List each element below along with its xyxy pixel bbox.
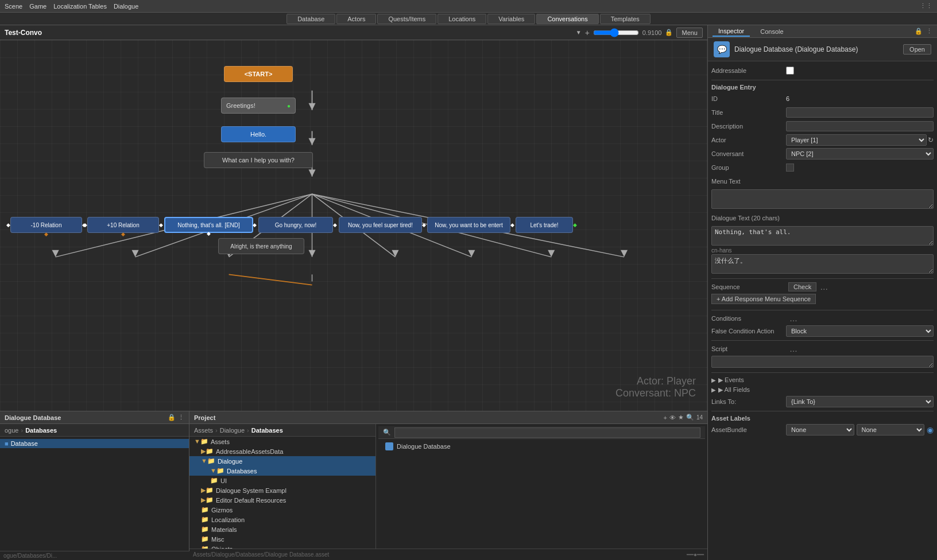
hierarchy-panel: Dialogue Database 🔒 ⋮ ogue › Databases ■… [0, 411, 189, 560]
group-checkbox-display[interactable] [786, 164, 794, 172]
project-search-input[interactable] [394, 427, 700, 438]
tree-databases[interactable]: ▼📁 Databases [189, 466, 375, 476]
tab-actors[interactable]: Actors [336, 14, 376, 24]
tab-conversations[interactable]: Conversations [536, 14, 598, 24]
lock-icon[interactable]: 🔒 [665, 29, 673, 36]
project-controls: + 👁 ★ 🔍 14 [663, 414, 703, 421]
localization-folder-icon: 📁 [201, 516, 209, 523]
tab-quests-items[interactable]: Quests/Items [377, 14, 436, 24]
node-hello[interactable]: Hello. [221, 126, 296, 142]
node-lets-trade[interactable]: Let's trade! ◆ [516, 217, 573, 233]
events-row[interactable]: ▶ ▶ Events [711, 376, 934, 384]
menu-game[interactable]: Game [29, 3, 47, 10]
lock2-icon[interactable]: 🔒 [168, 414, 176, 421]
add-node-btn[interactable]: + [585, 28, 590, 37]
svg-marker-23 [621, 250, 628, 257]
inspector-title-bar: 💬 Dialogue Database (Dialogue Database) … [708, 38, 937, 61]
eye-icon[interactable]: 👁 [669, 414, 676, 421]
add-seq-button[interactable]: + Add Response Menu Sequence [711, 294, 816, 304]
addressable-checkbox[interactable] [786, 67, 794, 75]
open-button[interactable]: Open [903, 44, 931, 55]
dialogue-canvas[interactable]: <START> Greetings! ● Hello. What can I h… [0, 40, 707, 411]
breadcrumb-databases: Databases [25, 427, 57, 434]
node-alright[interactable]: Alright, is there anything [218, 238, 304, 254]
tree-addressable[interactable]: ▶📁 AddressableAssetsData [189, 446, 375, 456]
actor-select[interactable]: Player [1] [786, 134, 927, 146]
dropdown-icon[interactable]: ▼ [576, 29, 582, 36]
links-to-select[interactable]: {Link To} [786, 396, 934, 407]
node-feel-tired[interactable]: Now, you feel super tired! ◆ [339, 217, 422, 233]
events-arrow: ▶ [711, 377, 716, 383]
asset-bundle-select[interactable]: None [786, 424, 854, 435]
node-question[interactable]: What can I help you with? [204, 152, 313, 168]
script-input[interactable] [711, 356, 934, 368]
search-icon[interactable]: 🔍 [686, 414, 694, 421]
tree-objects[interactable]: 📁 Objects [189, 544, 375, 549]
star-icon[interactable]: ★ [678, 414, 684, 421]
plus-icon[interactable]: + [663, 414, 667, 421]
actor-refresh-icon[interactable]: ↻ [928, 136, 934, 144]
tree-localization[interactable]: 📁 Localization [189, 515, 375, 524]
menu-button[interactable]: Menu [676, 28, 703, 38]
dialogue-text-input[interactable] [711, 226, 934, 246]
title-input[interactable] [786, 107, 934, 118]
asset-labels-icon[interactable]: ◉ [927, 425, 934, 434]
nothing-connector-r: ◆ [253, 222, 257, 228]
zoom-slider[interactable] [593, 28, 639, 37]
more-options-icon[interactable]: ⋮⋮ [920, 2, 932, 10]
top-menubar: Scene Game Localization Tables Dialogue … [0, 0, 937, 13]
tree-ui[interactable]: 📁 UI [189, 476, 375, 485]
sequence-dots-btn[interactable]: … [819, 282, 829, 291]
greetings-text: Greetings! [226, 102, 255, 109]
node-nothing[interactable]: Nothing, that's all. [END] ◆ ◆ [164, 217, 253, 233]
tree-editor[interactable]: ▶📁 Editor Default Resources [189, 495, 375, 505]
inspector-more-icon[interactable]: ⋮ [926, 28, 932, 35]
svg-marker-15 [308, 169, 315, 176]
tree-gizmos[interactable]: 📁 Gizmos [189, 505, 375, 515]
node-want-entertain[interactable]: Now, you want to be entert ◆ [427, 217, 510, 233]
tab-database[interactable]: Database [286, 14, 335, 24]
node-start[interactable]: <START> [224, 66, 293, 82]
menu-scene[interactable]: Scene [5, 3, 22, 10]
addressable-label: AddressableAssetsData [216, 448, 283, 455]
cn-hans-input[interactable] [711, 254, 934, 274]
divider4 [711, 340, 934, 341]
node-pos10[interactable]: +10 Relation ◆ ◆ ◆ [87, 217, 159, 233]
node-neg10[interactable]: -10 Relation ◆ ◆ ◆ [10, 217, 82, 233]
tree-dialogue-system[interactable]: ▶📁 Dialogue System Exampl [189, 485, 375, 495]
links-to-label: Links To: [711, 398, 786, 405]
tree-materials[interactable]: 📁 Materials [189, 524, 375, 534]
node-go-hungry[interactable]: Go hungry, now! ◆ [258, 217, 333, 233]
menu-localization-tables[interactable]: Localization Tables [53, 3, 107, 10]
tab-templates[interactable]: Templates [600, 14, 651, 24]
hierarchy-item-database[interactable]: ■ Database [0, 439, 189, 448]
node-greetings[interactable]: Greetings! ● [221, 98, 296, 114]
tree-dialogue[interactable]: ▼📁 Dialogue [189, 456, 375, 466]
tab-variables[interactable]: Variables [487, 14, 535, 24]
asset-none-select[interactable]: None [857, 424, 925, 435]
editor-label: Editor Default Resources [216, 497, 286, 504]
tree-misc[interactable]: 📁 Misc [189, 534, 375, 544]
actor-player-text: Actor: Player [615, 375, 696, 387]
tab-console[interactable]: Console [754, 27, 789, 36]
inspector-body: Addressable Dialogue Entry ID 6 Title De… [708, 61, 937, 560]
all-fields-row[interactable]: ▶ ▶ All Fields [711, 386, 934, 394]
inspector-lock-icon[interactable]: 🔒 [915, 28, 923, 35]
tab-locations[interactable]: Locations [437, 14, 486, 24]
nothing-text: Nothing, that's all. [END] [177, 222, 240, 228]
description-input[interactable] [786, 121, 934, 131]
conversant-select[interactable]: NPC [2] [786, 148, 934, 160]
file-dialogue-db[interactable]: Dialogue Database [378, 441, 705, 452]
hierarchy-more-icon[interactable]: ⋮ [178, 414, 184, 421]
conditions-dots-btn[interactable]: … [788, 314, 799, 323]
check-button[interactable]: Check [788, 282, 816, 291]
tree-assets[interactable]: ▼📁 Assets [189, 437, 375, 446]
menu-dialogue[interactable]: Dialogue [114, 3, 138, 10]
ds-folder-icon: ▶📁 [201, 487, 214, 494]
conversation-controls: ▼ + 0.9100 🔒 Menu [576, 28, 703, 38]
false-condition-select[interactable]: Block [786, 325, 934, 337]
tab-inspector[interactable]: Inspector [713, 26, 750, 37]
script-dots-btn[interactable]: … [788, 344, 799, 353]
menu-text-input[interactable] [711, 189, 934, 209]
status-slider[interactable]: ━━●━━ [687, 551, 704, 558]
